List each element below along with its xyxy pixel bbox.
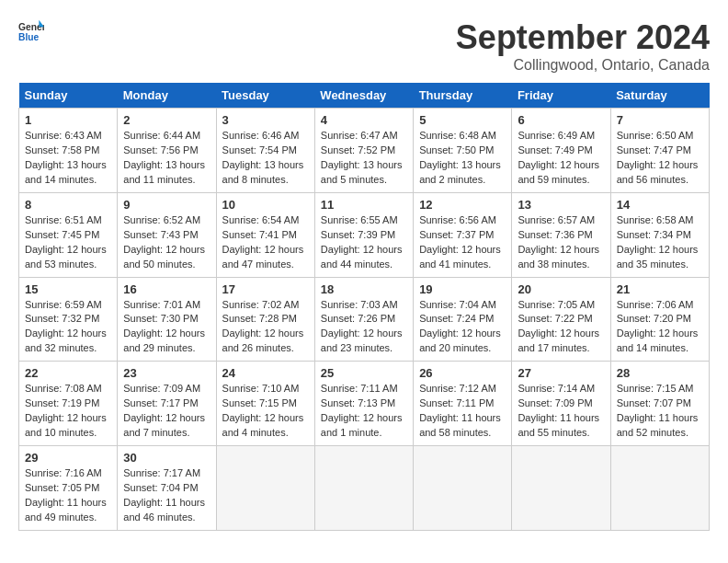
calendar-cell — [610, 446, 709, 531]
calendar-week-row: 29 Sunrise: 7:16 AMSunset: 7:05 PMDaylig… — [19, 446, 710, 531]
day-number: 10 — [222, 198, 309, 212]
day-number: 22 — [25, 366, 111, 380]
day-number: 30 — [123, 451, 210, 465]
day-number: 7 — [617, 113, 703, 127]
day-number: 23 — [123, 366, 210, 380]
weekday-header: Friday — [512, 83, 610, 109]
day-info: Sunrise: 6:57 AMSunset: 7:36 PMDaylight:… — [518, 213, 604, 272]
day-info: Sunrise: 7:11 AMSunset: 7:13 PMDaylight:… — [321, 382, 407, 441]
day-number: 3 — [222, 113, 309, 127]
weekday-header: Tuesday — [216, 83, 314, 109]
calendar-cell: 26 Sunrise: 7:12 AMSunset: 7:11 PMDaylig… — [414, 362, 512, 446]
calendar-cell: 22 Sunrise: 7:08 AMSunset: 7:19 PMDaylig… — [19, 362, 118, 446]
calendar-week-row: 1 Sunrise: 6:43 AMSunset: 7:58 PMDayligh… — [19, 109, 710, 193]
calendar-cell — [314, 446, 413, 531]
day-number: 28 — [617, 366, 703, 380]
calendar-cell: 17 Sunrise: 7:02 AMSunset: 7:28 PMDaylig… — [216, 277, 314, 362]
month-title: September 2024 — [456, 18, 710, 57]
calendar-cell: 12 Sunrise: 6:56 AMSunset: 7:37 PMDaylig… — [414, 192, 512, 277]
logo-icon: General Blue — [18, 18, 44, 44]
day-number: 4 — [321, 113, 407, 127]
calendar-cell: 19 Sunrise: 7:04 AMSunset: 7:24 PMDaylig… — [414, 277, 512, 362]
day-info: Sunrise: 6:55 AMSunset: 7:39 PMDaylight:… — [321, 213, 407, 272]
day-info: Sunrise: 7:01 AMSunset: 7:30 PMDaylight:… — [123, 298, 210, 357]
day-info: Sunrise: 6:46 AMSunset: 7:54 PMDaylight:… — [222, 129, 309, 188]
day-number: 21 — [617, 282, 703, 296]
day-number: 16 — [123, 282, 210, 296]
calendar-cell: 30 Sunrise: 7:17 AMSunset: 7:04 PMDaylig… — [118, 446, 216, 531]
calendar-cell: 16 Sunrise: 7:01 AMSunset: 7:30 PMDaylig… — [118, 277, 216, 362]
day-info: Sunrise: 7:14 AMSunset: 7:09 PMDaylight:… — [518, 382, 604, 441]
day-info: Sunrise: 6:52 AMSunset: 7:43 PMDaylight:… — [123, 213, 210, 272]
day-number: 2 — [123, 113, 210, 127]
day-number: 14 — [617, 198, 703, 212]
calendar-cell: 7 Sunrise: 6:50 AMSunset: 7:47 PMDayligh… — [610, 109, 709, 193]
calendar-cell: 21 Sunrise: 7:06 AMSunset: 7:20 PMDaylig… — [610, 277, 709, 362]
day-info: Sunrise: 6:50 AMSunset: 7:47 PMDaylight:… — [617, 129, 703, 188]
calendar-cell: 15 Sunrise: 6:59 AMSunset: 7:32 PMDaylig… — [19, 277, 118, 362]
calendar-table: SundayMondayTuesdayWednesdayThursdayFrid… — [18, 83, 710, 531]
calendar-cell — [414, 446, 512, 531]
calendar-cell: 6 Sunrise: 6:49 AMSunset: 7:49 PMDayligh… — [512, 109, 610, 193]
day-info: Sunrise: 7:03 AMSunset: 7:26 PMDaylight:… — [321, 298, 407, 357]
header-row: SundayMondayTuesdayWednesdayThursdayFrid… — [19, 83, 710, 109]
calendar-cell: 10 Sunrise: 6:54 AMSunset: 7:41 PMDaylig… — [216, 192, 314, 277]
day-info: Sunrise: 7:06 AMSunset: 7:20 PMDaylight:… — [617, 298, 703, 357]
day-info: Sunrise: 7:12 AMSunset: 7:11 PMDaylight:… — [419, 382, 506, 441]
day-number: 9 — [123, 198, 210, 212]
day-info: Sunrise: 7:16 AMSunset: 7:05 PMDaylight:… — [25, 466, 111, 525]
day-info: Sunrise: 6:51 AMSunset: 7:45 PMDaylight:… — [25, 213, 111, 272]
day-info: Sunrise: 6:49 AMSunset: 7:49 PMDaylight:… — [518, 129, 604, 188]
day-info: Sunrise: 7:02 AMSunset: 7:28 PMDaylight:… — [222, 298, 309, 357]
day-info: Sunrise: 6:54 AMSunset: 7:41 PMDaylight:… — [222, 213, 309, 272]
weekday-header: Sunday — [19, 83, 118, 109]
calendar-cell: 27 Sunrise: 7:14 AMSunset: 7:09 PMDaylig… — [512, 362, 610, 446]
day-info: Sunrise: 6:56 AMSunset: 7:37 PMDaylight:… — [419, 213, 506, 272]
calendar-week-row: 22 Sunrise: 7:08 AMSunset: 7:19 PMDaylig… — [19, 362, 710, 446]
day-info: Sunrise: 7:15 AMSunset: 7:07 PMDaylight:… — [617, 382, 703, 441]
calendar-cell: 23 Sunrise: 7:09 AMSunset: 7:17 PMDaylig… — [118, 362, 216, 446]
day-number: 29 — [25, 451, 111, 465]
day-info: Sunrise: 6:58 AMSunset: 7:34 PMDaylight:… — [617, 213, 703, 272]
day-info: Sunrise: 7:04 AMSunset: 7:24 PMDaylight:… — [419, 298, 506, 357]
day-number: 6 — [518, 113, 604, 127]
calendar-cell: 18 Sunrise: 7:03 AMSunset: 7:26 PMDaylig… — [314, 277, 413, 362]
calendar-cell: 29 Sunrise: 7:16 AMSunset: 7:05 PMDaylig… — [19, 446, 118, 531]
weekday-header: Monday — [118, 83, 216, 109]
location: Collingwood, Ontario, Canada — [456, 57, 710, 74]
calendar-cell — [512, 446, 610, 531]
logo: General Blue — [18, 18, 44, 44]
day-number: 27 — [518, 366, 604, 380]
day-number: 12 — [419, 198, 506, 212]
day-info: Sunrise: 7:05 AMSunset: 7:22 PMDaylight:… — [518, 298, 604, 357]
calendar-cell: 2 Sunrise: 6:44 AMSunset: 7:56 PMDayligh… — [118, 109, 216, 193]
weekday-header: Thursday — [414, 83, 512, 109]
calendar-cell: 14 Sunrise: 6:58 AMSunset: 7:34 PMDaylig… — [610, 192, 709, 277]
calendar-cell: 5 Sunrise: 6:48 AMSunset: 7:50 PMDayligh… — [414, 109, 512, 193]
title-block: September 2024 Collingwood, Ontario, Can… — [456, 18, 710, 74]
calendar-cell: 1 Sunrise: 6:43 AMSunset: 7:58 PMDayligh… — [19, 109, 118, 193]
weekday-header: Saturday — [610, 83, 709, 109]
day-number: 5 — [419, 113, 506, 127]
day-info: Sunrise: 6:59 AMSunset: 7:32 PMDaylight:… — [25, 298, 111, 357]
day-info: Sunrise: 7:17 AMSunset: 7:04 PMDaylight:… — [123, 466, 210, 525]
day-number: 8 — [25, 198, 111, 212]
calendar-cell — [216, 446, 314, 531]
calendar-cell: 8 Sunrise: 6:51 AMSunset: 7:45 PMDayligh… — [19, 192, 118, 277]
day-number: 25 — [321, 366, 407, 380]
calendar-cell: 28 Sunrise: 7:15 AMSunset: 7:07 PMDaylig… — [610, 362, 709, 446]
calendar-cell: 4 Sunrise: 6:47 AMSunset: 7:52 PMDayligh… — [314, 109, 413, 193]
day-info: Sunrise: 6:48 AMSunset: 7:50 PMDaylight:… — [419, 129, 506, 188]
day-info: Sunrise: 7:08 AMSunset: 7:19 PMDaylight:… — [25, 382, 111, 441]
day-number: 19 — [419, 282, 506, 296]
day-info: Sunrise: 7:10 AMSunset: 7:15 PMDaylight:… — [222, 382, 309, 441]
calendar-cell: 9 Sunrise: 6:52 AMSunset: 7:43 PMDayligh… — [118, 192, 216, 277]
day-info: Sunrise: 7:09 AMSunset: 7:17 PMDaylight:… — [123, 382, 210, 441]
day-number: 17 — [222, 282, 309, 296]
weekday-header: Wednesday — [314, 83, 413, 109]
day-info: Sunrise: 6:47 AMSunset: 7:52 PMDaylight:… — [321, 129, 407, 188]
calendar-cell: 25 Sunrise: 7:11 AMSunset: 7:13 PMDaylig… — [314, 362, 413, 446]
day-info: Sunrise: 6:43 AMSunset: 7:58 PMDaylight:… — [25, 129, 111, 188]
calendar-cell: 13 Sunrise: 6:57 AMSunset: 7:36 PMDaylig… — [512, 192, 610, 277]
calendar-cell: 20 Sunrise: 7:05 AMSunset: 7:22 PMDaylig… — [512, 277, 610, 362]
